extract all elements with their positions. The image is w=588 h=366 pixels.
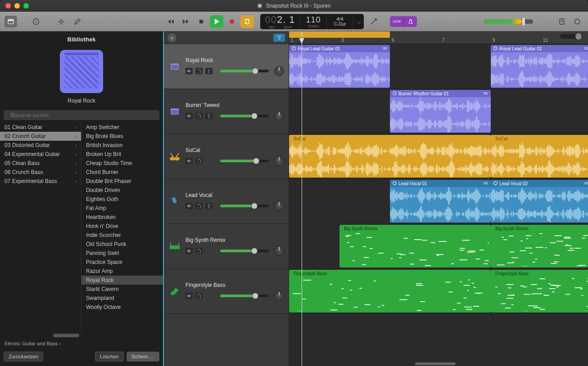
arrange-hscroll[interactable] [289,362,588,365]
stop-button[interactable] [194,15,208,28]
track-lane[interactable]: SoCalSoCal [289,134,588,179]
arrange-area[interactable]: 1357911 Royal Lead Guitar 01 Royal Lead … [289,31,588,366]
lcd-display[interactable]: 002. 1 TAKTBEAT 110TEMPO 4/4C-Dur ⌵ [260,14,364,29]
region[interactable]: Royal Lead Guitar 02 [491,45,588,88]
mute-button[interactable] [185,68,193,74]
freeze-button[interactable] [205,203,213,209]
metronome-badge[interactable] [403,16,417,27]
track-filter-button[interactable] [273,34,285,42]
region[interactable]: Lead Vocal 02 [491,180,588,223]
track-header[interactable]: Big Synth Remix [164,224,289,269]
region[interactable]: Burnin' Rhythm Guitar 01 [390,90,491,133]
mute-button[interactable] [185,113,193,119]
patch-item[interactable]: Eighties Goth [81,195,163,204]
category-item[interactable]: 05 Clean Bass› [0,159,81,168]
volume-slider[interactable] [220,160,269,162]
window-zoom-button[interactable] [23,3,29,9]
region[interactable]: SoCal [491,135,588,178]
category-item[interactable]: 03 Distorted Guitar› [0,141,81,150]
track-header[interactable]: Lead Vocal [164,179,289,224]
add-track-button[interactable]: + [167,33,176,42]
track-header[interactable]: Burnin' Tweed [164,89,289,134]
window-minimize-button[interactable] [14,3,20,9]
record-button[interactable] [225,15,239,28]
search-input[interactable] [4,110,159,120]
save-button[interactable]: Sichern … [127,352,159,362]
category-item[interactable]: 02 Crunch Guitar› [0,132,81,141]
edit-tool-button[interactable] [71,16,84,27]
tuner-button[interactable] [367,16,380,27]
patch-item[interactable]: Big Brute Blues [81,132,163,141]
track-lane[interactable]: Big Synth RemixBig Synth Remix [289,224,588,269]
patch-item[interactable]: Starlit Cavern [81,285,163,294]
patch-item[interactable]: Chord Burner [81,168,163,177]
timeline-ruler[interactable]: 1357911 [289,31,588,44]
patch-item[interactable]: Amp Switcher [81,123,163,132]
zoom-slider[interactable] [560,34,583,39]
mute-button[interactable] [185,248,193,254]
region[interactable]: Big Synth Remix [339,225,491,268]
library-toggle-button[interactable] [5,16,17,27]
library-hscroll[interactable] [0,333,163,338]
track-lane[interactable]: Lead Vocal 01 Lead Vocal 02 [289,179,588,224]
volume-slider[interactable] [220,295,269,297]
pan-knob[interactable] [274,201,284,211]
volume-slider[interactable] [220,115,269,117]
count-in-badge[interactable]: 1234 [390,16,403,27]
solo-button[interactable] [195,293,203,299]
mute-button[interactable] [185,158,193,164]
solo-button[interactable] [195,248,203,254]
library-patch-list[interactable]: Amp SwitcherBig Brute BluesBritish Invas… [81,123,163,333]
volume-slider[interactable] [220,250,269,252]
reset-button[interactable]: Zurücksetzen [4,352,43,362]
pan-knob[interactable] [274,66,284,76]
library-category-list[interactable]: 01 Clean Guitar›02 Crunch Guitar›03 Dist… [0,123,81,333]
display-mode-button[interactable] [55,16,68,27]
region[interactable]: Royal Lead Guitar 01 [289,45,390,88]
category-item[interactable]: 04 Experimental Guitar› [0,150,81,159]
category-item[interactable]: 06 Crunch Bass› [0,168,81,177]
category-item[interactable]: 07 Experimental Bass› [0,177,81,186]
track-header[interactable]: Fingerstyle Bass [164,269,289,314]
region[interactable]: Lead Vocal 01 [390,180,491,223]
patch-item[interactable]: Broken Up Brit [81,150,163,159]
volume-slider[interactable] [220,205,269,207]
pan-knob[interactable] [274,291,284,301]
count-in-badges[interactable]: 1234 [390,16,417,27]
play-button[interactable] [210,15,223,28]
region[interactable]: Fingerstyle Bass [289,270,491,312]
track-lane[interactable]: Burnin' Rhythm Guitar 01 [289,89,588,134]
patch-item[interactable]: Heartbroken [81,213,163,222]
pan-knob[interactable] [274,246,284,256]
patch-item[interactable]: Practice Space [81,258,163,267]
cycle-region[interactable] [289,31,390,38]
loops-button[interactable] [571,16,583,27]
volume-slider[interactable] [220,70,269,72]
notepad-button[interactable] [556,16,568,27]
patch-item[interactable]: Fat Amp [81,204,163,213]
patch-item[interactable]: Royal Rock [81,276,163,285]
track-lane[interactable]: Fingerstyle BassFingerstyle Bass [289,269,588,314]
solo-button[interactable] [195,113,203,119]
region[interactable]: SoCal [289,135,491,178]
patch-item[interactable]: Panning Swirl [81,249,163,258]
mute-button[interactable] [185,293,193,299]
patch-item[interactable]: Old School Punk [81,240,163,249]
delete-button[interactable]: Löschen [95,352,124,362]
rewind-button[interactable] [164,15,177,28]
track-header[interactable]: SoCal [164,134,289,179]
patch-item[interactable]: Woolly Octave [81,303,163,312]
quick-help-button[interactable]: ? [30,16,42,27]
region[interactable]: Fingerstyle Bass [491,270,588,312]
freeze-button[interactable] [205,68,213,74]
pan-knob[interactable] [274,111,284,121]
patch-item[interactable]: Cheap Studio Time [81,159,163,168]
master-volume-slider[interactable] [484,19,533,24]
region[interactable]: Big Synth Remix [491,225,588,268]
playhead-handle[interactable] [299,38,305,44]
patch-item[interactable]: Indie Scorcher [81,231,163,240]
solo-button[interactable] [195,203,203,209]
mute-button[interactable] [185,203,193,209]
patch-item[interactable]: Honk n' Drive [81,222,163,231]
freeze-button[interactable] [205,113,213,119]
